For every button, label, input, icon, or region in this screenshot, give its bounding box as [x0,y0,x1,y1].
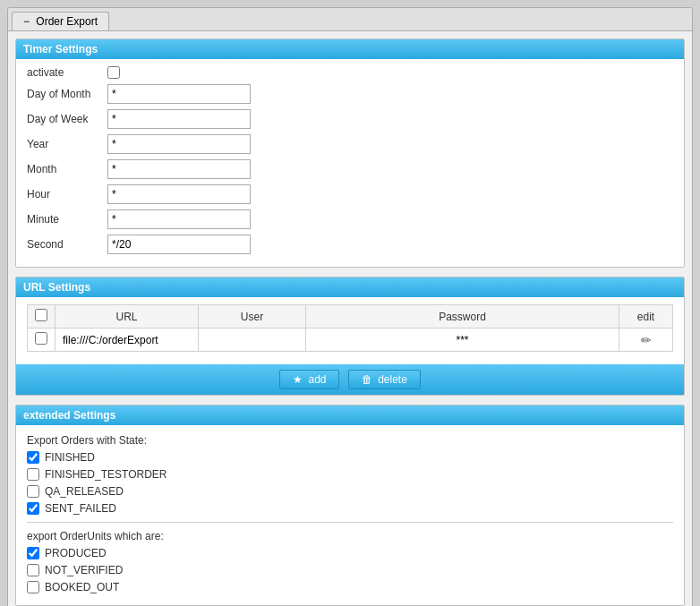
delete-button[interactable]: 🗑 delete [348,370,421,389]
day-of-month-row: Day of Month [27,84,673,104]
url-row-checkbox[interactable] [35,332,47,345]
month-row: Month [27,159,673,179]
url-row-url-cell: file:///C:/orderExport [55,329,199,352]
activate-label: activate [27,66,107,79]
not-verified-checkbox[interactable] [27,564,39,576]
minute-row: Minute [27,209,673,229]
not-verified-row: NOT_VERIFIED [27,564,673,576]
extended-settings-header: extended Settings [16,405,684,425]
url-settings-body: URL User Password edit file:///C:/orderE… [16,297,684,364]
not-verified-label: NOT_VERIFIED [45,564,123,576]
second-input[interactable] [107,235,251,254]
second-label: Second [27,238,107,251]
extended-settings-body: Export Orders with State: FINISHED FINIS… [16,425,684,605]
produced-row: PRODUCED [27,547,673,559]
finished-testorder-label: FINISHED_TESTORDER [45,468,166,481]
url-select-all-checkbox[interactable] [35,309,47,321]
url-table-header-row: URL User Password edit [28,305,673,329]
day-of-week-row: Day of Week [27,109,673,129]
url-action-bar: ★ add 🗑 delete [16,364,684,395]
url-settings-section: URL Settings URL User Password edit [15,277,685,396]
export-units-label: export OrderUnits which are: [27,530,673,542]
finished-row: FINISHED [27,451,673,464]
qa-released-checkbox[interactable] [27,485,39,498]
finished-checkbox[interactable] [27,451,39,464]
order-export-tab[interactable]: − Order Export [12,12,109,30]
star-icon: ★ [293,373,303,386]
trash-icon: 🗑 [362,373,372,386]
add-button[interactable]: ★ add [279,370,339,389]
qa-released-label: QA_RELEASED [45,485,124,498]
url-col-password: Password [306,305,619,329]
finished-label: FINISHED [45,451,95,464]
sent-failed-row: SENT_FAILED [27,502,673,515]
hour-label: Hour [27,188,107,201]
minute-input[interactable] [107,209,251,229]
finished-testorder-row: FINISHED_TESTORDER [27,468,673,481]
month-input[interactable] [107,159,251,179]
tab-bar: − Order Export [8,8,692,31]
day-of-week-input[interactable] [107,109,251,129]
url-row-user-cell [199,329,306,352]
minute-label: Minute [27,213,107,226]
activate-checkbox[interactable] [107,66,120,79]
booked-out-checkbox[interactable] [27,581,39,593]
url-col-url: URL [55,305,199,329]
day-of-month-label: Day of Month [27,88,107,100]
url-row-password-cell: *** [306,329,619,352]
main-container: − Order Export Timer Settings activate D… [7,7,693,606]
url-settings-header: URL Settings [16,277,684,297]
url-col-checkbox [28,305,55,329]
export-orders-label: Export Orders with State: [27,434,673,447]
url-col-edit: edit [619,305,673,329]
finished-testorder-checkbox[interactable] [27,468,39,481]
hour-input[interactable] [107,184,251,204]
url-row-edit-cell: ✏ [619,329,673,352]
booked-out-label: BOOKED_OUT [45,581,119,593]
table-row: file:///C:/orderExport *** ✏ [28,329,673,352]
url-row-checkbox-cell [28,329,55,352]
divider [27,522,673,523]
month-label: Month [27,163,107,175]
url-table: URL User Password edit file:///C:/orderE… [27,304,673,352]
day-of-month-input[interactable] [107,84,251,104]
booked-out-row: BOOKED_OUT [27,581,673,593]
url-col-user: User [199,305,306,329]
timer-settings-section: Timer Settings activate Day of Month Day… [15,38,685,268]
sent-failed-label: SENT_FAILED [45,502,116,515]
timer-settings-header: Timer Settings [16,39,684,59]
year-label: Year [27,138,107,150]
delete-label: delete [378,373,407,386]
minus-icon: − [23,15,30,28]
timer-settings-body: activate Day of Month Day of Week Year [16,59,684,267]
produced-checkbox[interactable] [27,547,39,559]
second-row: Second [27,235,673,254]
activate-row: activate [27,66,673,79]
hour-row: Hour [27,184,673,204]
year-row: Year [27,134,673,154]
sent-failed-checkbox[interactable] [27,502,39,515]
produced-label: PRODUCED [45,547,107,559]
extended-settings-section: extended Settings Export Orders with Sta… [15,405,685,606]
tab-label: Order Export [36,15,98,28]
add-label: add [308,373,326,386]
qa-released-row: QA_RELEASED [27,485,673,498]
year-input[interactable] [107,134,251,154]
content-area: Timer Settings activate Day of Month Day… [8,31,692,606]
day-of-week-label: Day of Week [27,113,107,125]
edit-icon[interactable]: ✏ [641,333,652,347]
